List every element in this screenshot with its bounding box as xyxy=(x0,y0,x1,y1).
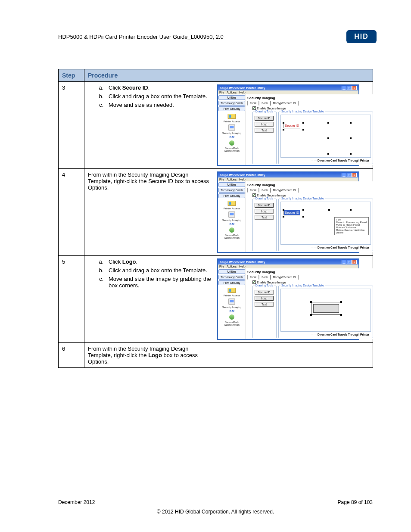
sidebar: Utilities Technology Cards Print Securit… xyxy=(218,181,246,252)
step-number: 3 xyxy=(59,82,84,169)
table-row: 4From within the Security Imaging Design… xyxy=(59,169,373,256)
tool-logo[interactable]: Logo xyxy=(255,122,274,127)
hid-logo: HID xyxy=(346,30,377,43)
tab-decrypt[interactable]: Decrypt Secure ID xyxy=(271,101,299,106)
procedure-cell: From within the Security Imaging Design … xyxy=(84,169,373,256)
securemark-icon xyxy=(229,227,234,233)
content-heading: Security Imaging xyxy=(247,96,378,100)
tabs: Front Back Decrypt Secure ID xyxy=(247,101,378,106)
tab-decrypt[interactable]: Decrypt Secure ID xyxy=(271,275,299,280)
app-title: Fargo Workbench Printer Utility xyxy=(220,174,265,177)
menubar[interactable]: FileActionsHelp xyxy=(218,177,358,181)
enable-checkbox[interactable]: ✓ xyxy=(252,193,256,197)
minimize-button[interactable]: _ xyxy=(342,86,346,90)
tool-secure-id[interactable]: Secure ID xyxy=(255,116,274,121)
sidebar: Utilities Technology Cards Print Securit… xyxy=(218,268,246,339)
nav-securemark-config-label: SecureMark Configuration xyxy=(218,147,245,152)
procedure-cell: From within the Security Imaging Design … xyxy=(84,343,373,368)
nav-securemark-config-label: SecureMark Configuration xyxy=(218,321,245,326)
printer-access-icon xyxy=(227,124,237,131)
app-title: Fargo Workbench Printer Utility xyxy=(220,261,265,264)
minimize-button[interactable]: _ xyxy=(342,260,346,264)
svg-rect-7 xyxy=(230,213,234,215)
nav-technology-cards[interactable]: Technology Cards xyxy=(218,188,245,193)
tool-secure-id[interactable]: Secure ID xyxy=(255,203,274,208)
tool-text[interactable]: Text xyxy=(255,302,274,307)
design-canvas[interactable] xyxy=(280,289,371,332)
nav-print-security[interactable]: Print Security xyxy=(218,106,245,111)
tab-back[interactable]: Back xyxy=(259,101,270,106)
securemark-icon xyxy=(229,140,234,146)
direction-label: Direction Card Travels Through Printer xyxy=(280,246,371,249)
content-heading: Security Imaging xyxy=(247,270,378,274)
template-legend: Security Imaging Design Template xyxy=(280,284,325,287)
table-row: 3Click Secure ID.Click and drag a box on… xyxy=(59,82,373,169)
procedure-cell: Click Logo.Click and drag a box onto the… xyxy=(84,256,373,343)
drawing-tools-legend: Drawing Tools xyxy=(255,110,274,113)
content-heading: Security Imaging xyxy=(247,183,378,187)
design-canvas[interactable]: Secure ID xyxy=(280,115,371,158)
print-security-icon xyxy=(227,286,237,293)
tab-back[interactable]: Back xyxy=(259,188,270,193)
screenshot-app: Fargo Workbench Printer Utility _ □ × Fi… xyxy=(217,258,359,340)
tabs: Front Back Decrypt Secure ID xyxy=(247,188,378,193)
close-button[interactable]: × xyxy=(352,173,357,177)
nav-technology-cards[interactable]: Technology Cards xyxy=(218,275,245,280)
secure-id-box[interactable]: Secure ID xyxy=(283,123,300,128)
tool-text[interactable]: Text xyxy=(255,128,274,133)
enable-checkbox[interactable]: ✓ xyxy=(252,106,256,110)
enable-checkbox[interactable]: ✓ xyxy=(252,280,256,284)
screenshot-app: Fargo Workbench Printer Utility _ □ × Fi… xyxy=(217,84,359,166)
direction-label: Direction Card Travels Through Printer xyxy=(280,333,371,336)
context-menu[interactable]: FontMove to Fluorescing PanelMove to Res… xyxy=(334,217,369,235)
nav-printer-access-label: Printer Access xyxy=(224,207,240,210)
print-security-icon xyxy=(227,112,237,119)
tool-text[interactable]: Text xyxy=(255,215,274,220)
tool-logo[interactable]: Logo xyxy=(255,296,274,301)
nav-print-security[interactable]: Print Security xyxy=(218,193,245,198)
app-title: Fargo Workbench Printer Utility xyxy=(220,87,265,90)
template-legend: Security Imaging Design Template xyxy=(280,197,325,200)
svg-rect-5 xyxy=(229,202,231,205)
nav-printer-access-label: Printer Access xyxy=(224,294,240,297)
svg-rect-9 xyxy=(229,289,231,292)
step-number: 4 xyxy=(59,169,84,256)
tab-decrypt[interactable]: Decrypt Secure ID xyxy=(271,188,299,193)
nav-utilities[interactable]: Utilities xyxy=(218,95,245,100)
tab-front[interactable]: Front xyxy=(247,101,259,106)
step-number: 6 xyxy=(59,343,84,368)
minimize-button[interactable]: _ xyxy=(342,173,346,177)
maximize-button[interactable]: □ xyxy=(347,86,352,90)
tool-logo[interactable]: Logo xyxy=(255,209,274,214)
nav-technology-cards[interactable]: Technology Cards xyxy=(218,101,245,106)
tool-secure-id[interactable]: Secure ID xyxy=(255,290,274,295)
design-canvas[interactable]: Secure IDFontMove to Fluorescing PanelMo… xyxy=(280,202,371,245)
tabs: Front Back Decrypt Secure ID xyxy=(247,275,378,280)
nav-utilities[interactable]: Utilities xyxy=(218,182,245,187)
printer-access-icon xyxy=(227,298,237,305)
logo-box[interactable] xyxy=(311,302,341,315)
maximize-button[interactable]: □ xyxy=(347,260,352,264)
col-procedure: Procedure xyxy=(84,69,373,82)
drawing-tools-legend: Drawing Tools xyxy=(255,284,274,287)
nav-security-imaging-label: Security Imaging xyxy=(222,219,242,221)
direction-label: Direction Card Travels Through Printer xyxy=(280,159,371,162)
tab-front[interactable]: Front xyxy=(247,188,259,193)
close-button[interactable]: × xyxy=(352,260,357,264)
footer-date: December 2012 xyxy=(58,499,95,505)
secure-id-box-selected[interactable]: Secure ID xyxy=(283,210,300,215)
nav-print-security[interactable]: Print Security xyxy=(218,280,245,285)
tab-back[interactable]: Back xyxy=(259,275,270,280)
enable-label: Enable Secure Image xyxy=(257,281,286,284)
nav-security-imaging-label: Security Imaging xyxy=(222,132,242,134)
close-button[interactable]: × xyxy=(352,86,357,90)
securemark-icon xyxy=(229,314,234,320)
nav-utilities[interactable]: Utilities xyxy=(218,269,245,274)
maximize-button[interactable]: □ xyxy=(347,173,352,177)
print-security-icon xyxy=(227,199,237,206)
enable-label: Enable Secure Image xyxy=(257,107,286,110)
tab-front[interactable]: Front xyxy=(247,275,259,280)
menubar[interactable]: FileActionsHelp xyxy=(218,90,358,94)
sm-label: SM xyxy=(229,309,234,313)
menubar[interactable]: FileActionsHelp xyxy=(218,264,358,268)
